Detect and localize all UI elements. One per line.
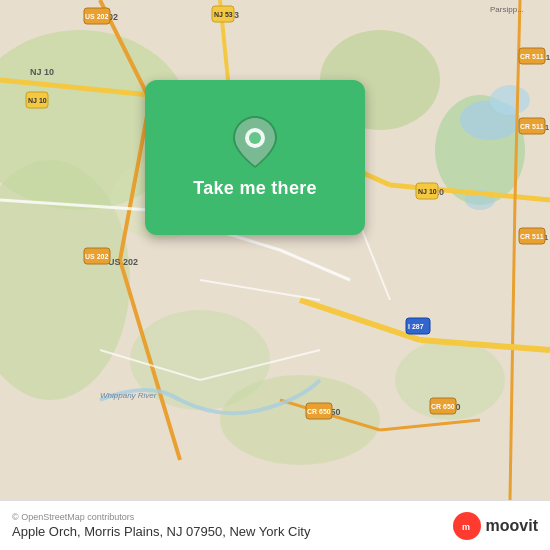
svg-text:US 202: US 202	[85, 13, 108, 20]
osm-attribution: © OpenStreetMap contributors	[12, 512, 310, 522]
svg-text:m: m	[462, 522, 470, 532]
map-background: NJ 10 NJ 53 US 202 CR 511 CR 511 CR 511 …	[0, 0, 550, 500]
svg-text:Whippany River: Whippany River	[100, 391, 157, 400]
take-me-there-button[interactable]: Take me there	[193, 178, 317, 199]
location-info: © OpenStreetMap contributors Apple Orch,…	[12, 512, 310, 539]
bottom-bar: © OpenStreetMap contributors Apple Orch,…	[0, 500, 550, 550]
svg-text:CR 511: CR 511	[520, 53, 544, 60]
svg-text:US 202: US 202	[85, 253, 108, 260]
svg-point-69	[249, 132, 261, 144]
svg-text:NJ 53: NJ 53	[214, 11, 233, 18]
svg-text:CR 650: CR 650	[431, 403, 455, 410]
svg-text:NJ 10: NJ 10	[28, 97, 47, 104]
map-container: NJ 10 NJ 53 US 202 CR 511 CR 511 CR 511 …	[0, 0, 550, 550]
svg-text:I 287: I 287	[408, 323, 424, 330]
moovit-text: moovit	[486, 517, 538, 535]
svg-text:CR 650: CR 650	[307, 408, 331, 415]
svg-text:CR 511: CR 511	[520, 233, 544, 240]
moovit-branding: m moovit	[453, 512, 538, 540]
svg-text:Parsipp...: Parsipp...	[490, 5, 524, 14]
svg-text:NJ 10: NJ 10	[418, 188, 437, 195]
location-label: Apple Orch, Morris Plains, NJ 07950, New…	[12, 524, 310, 539]
location-pin-icon	[233, 116, 277, 168]
svg-point-6	[220, 375, 380, 465]
svg-point-10	[490, 85, 530, 115]
svg-text:US 202: US 202	[108, 257, 138, 267]
moovit-icon: m	[453, 512, 481, 540]
svg-text:CR 511: CR 511	[520, 123, 544, 130]
svg-text:NJ 10: NJ 10	[30, 67, 54, 77]
take-me-there-card[interactable]: Take me there	[145, 80, 365, 235]
